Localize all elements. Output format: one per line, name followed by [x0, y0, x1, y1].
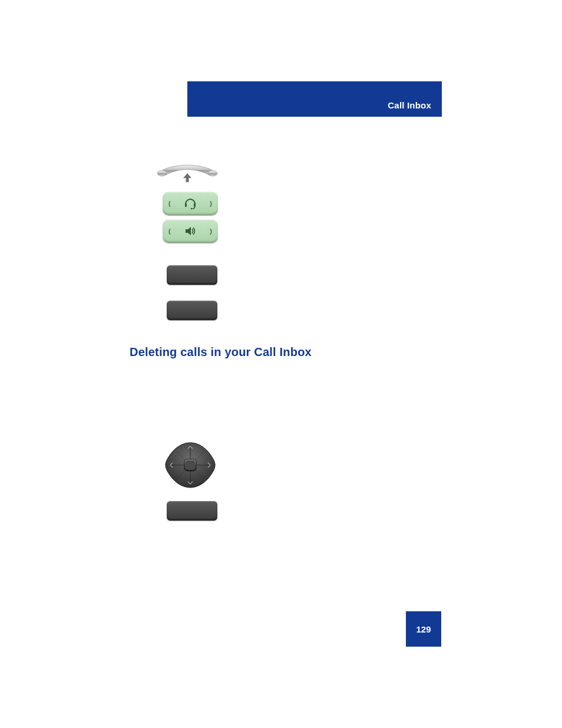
headset-key: ( ) [163, 192, 218, 215]
navigation-key-cluster [163, 441, 217, 489]
svg-rect-4 [185, 203, 187, 207]
key-cap-right: ) [210, 200, 212, 207]
svg-point-1 [208, 170, 217, 176]
header-bar [187, 81, 442, 117]
svg-marker-2 [183, 173, 191, 178]
svg-point-0 [157, 170, 167, 176]
key-cap-left: ( [168, 200, 171, 207]
page-number: 129 [406, 611, 441, 647]
handset-svg-icon [155, 164, 220, 184]
speaker-icon [183, 224, 197, 238]
headset-icon [183, 196, 197, 210]
document-page: Call Inbox ( [0, 0, 562, 728]
key-cap-right: ) [210, 228, 212, 235]
handset-icon [155, 164, 220, 184]
context-softkey [167, 501, 217, 521]
svg-rect-3 [186, 178, 189, 182]
svg-rect-5 [194, 203, 196, 207]
page-number-value: 129 [416, 624, 431, 634]
context-softkey [167, 265, 217, 285]
svg-point-6 [191, 208, 193, 210]
dpad-icon [163, 441, 217, 489]
handsfree-speaker-key: ( ) [163, 219, 218, 243]
svg-rect-8 [186, 460, 195, 470]
section-heading: Deleting calls in your Call Inbox [130, 345, 312, 359]
context-softkey [167, 301, 217, 320]
key-cap-left: ( [168, 228, 171, 235]
header-title: Call Inbox [388, 100, 431, 110]
